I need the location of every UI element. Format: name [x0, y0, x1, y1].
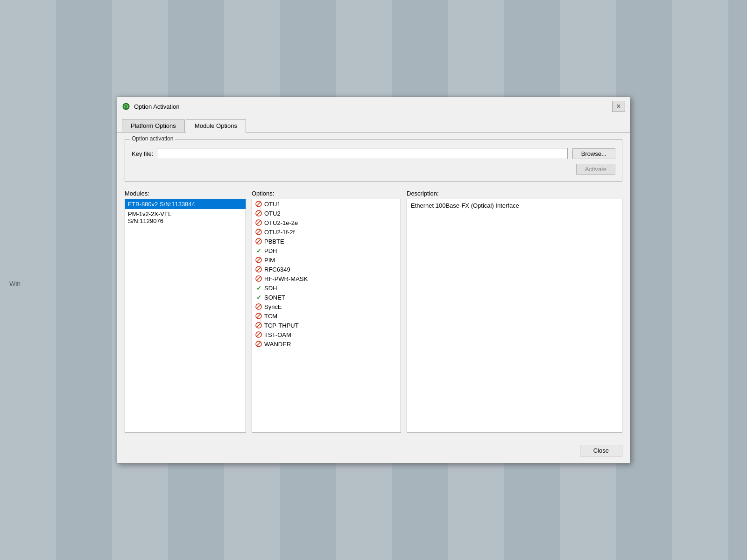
svg-line-3 [257, 202, 261, 206]
option-item-rf-pwr-mask[interactable]: RF-PWR-MASK [252, 274, 401, 283]
title-bar: O Option Activation × [117, 97, 630, 116]
close-icon[interactable]: × [612, 101, 625, 112]
svg-line-5 [257, 211, 261, 215]
svg-line-21 [257, 314, 261, 318]
blocked-icon [255, 200, 262, 208]
option-label-tcm: TCM [264, 313, 277, 320]
activate-button[interactable]: Activate [576, 164, 615, 175]
check-icon: ✓ [255, 294, 262, 301]
option-label-rfc6349: RFC6349 [264, 266, 290, 273]
option-item-sdh[interactable]: ✓SDH [252, 283, 401, 293]
svg-line-23 [257, 323, 261, 327]
option-item-tcp-thput[interactable]: TCP-THPUT [252, 321, 401, 330]
svg-line-9 [257, 230, 261, 234]
blocked-icon [255, 340, 262, 348]
check-icon: ✓ [255, 247, 262, 254]
option-item-sonet[interactable]: ✓SONET [252, 293, 401, 302]
option-item-pdh[interactable]: ✓PDH [252, 246, 401, 255]
blocked-icon [255, 210, 262, 217]
option-label-synce: SyncE [264, 303, 282, 310]
key-file-input[interactable] [157, 148, 568, 159]
option-item-wander[interactable]: WANDER [252, 339, 401, 349]
modules-list[interactable]: FTB-880v2 S/N:1133844 PM-1v2-2X-VFL S/N:… [125, 199, 246, 433]
option-label-sdh: SDH [264, 285, 277, 292]
option-label-tcp-thput: TCP-THPUT [264, 322, 299, 329]
svg-line-27 [257, 342, 261, 346]
option-label-otu2-1f-2f: OTU2-1f-2f [264, 229, 295, 236]
tab-module[interactable]: Module Options [186, 119, 246, 133]
blocked-icon [255, 275, 262, 282]
module-item-ftb880v2[interactable]: FTB-880v2 S/N:1133844 [125, 199, 246, 209]
columns-row: Modules: FTB-880v2 S/N:1133844 PM-1v2-2X… [125, 190, 622, 433]
tabs-row: Platform Options Module Options [117, 116, 630, 133]
dialog-body: Option activation Key file: Browse... Ac… [117, 133, 630, 440]
svg-line-25 [257, 333, 261, 336]
option-item-pim[interactable]: PIM [252, 255, 401, 265]
browse-button[interactable]: Browse... [572, 148, 615, 159]
option-label-pim: PIM [264, 257, 275, 264]
svg-line-15 [257, 267, 261, 271]
description-column: Description: Ethernet 100Base-FX (Optica… [407, 190, 622, 433]
options-column: Options: OTU1OTU2OTU2-1e-2eOTU2-1f-2fPBB… [252, 190, 401, 433]
blocked-icon [255, 219, 262, 226]
svg-line-7 [257, 221, 261, 224]
close-button[interactable]: Close [580, 445, 622, 456]
svg-line-13 [257, 258, 261, 262]
option-activation-group: Option activation Key file: Browse... Ac… [125, 139, 622, 182]
option-label-pdh: PDH [264, 247, 277, 254]
left-side-label: Win [9, 280, 21, 287]
dialog-title: Option Activation [134, 103, 612, 110]
option-label-otu1: OTU1 [264, 201, 281, 208]
modules-label: Modules: [125, 190, 246, 197]
option-item-otu2-1e-2e[interactable]: OTU2-1e-2e [252, 218, 401, 227]
blocked-icon [255, 238, 262, 245]
option-item-tst-oam[interactable]: TST-OAM [252, 330, 401, 339]
option-label-otu2: OTU2 [264, 210, 281, 217]
tab-platform[interactable]: Platform Options [122, 119, 185, 133]
blocked-icon [255, 331, 262, 338]
key-file-row: Key file: Browse... [132, 148, 615, 159]
dialog-window: O Option Activation × Platform Options M… [117, 97, 630, 463]
blocked-icon [255, 228, 262, 236]
description-label: Description: [407, 190, 622, 197]
description-text: Ethernet 100Base-FX (Optical) Interface [407, 199, 622, 433]
key-file-label: Key file: [132, 150, 153, 157]
svg-line-19 [257, 305, 261, 308]
blocked-icon [255, 312, 262, 320]
option-item-tcm[interactable]: TCM [252, 311, 401, 321]
option-item-otu2[interactable]: OTU2 [252, 209, 401, 218]
svg-text:O: O [124, 104, 128, 109]
options-label: Options: [252, 190, 401, 197]
blocked-icon [255, 322, 262, 329]
blocked-icon [255, 266, 262, 273]
group-legend: Option activation [130, 135, 175, 142]
check-icon: ✓ [255, 284, 262, 292]
svg-line-17 [257, 277, 261, 280]
option-label-wander: WANDER [264, 341, 291, 348]
option-item-otu1[interactable]: OTU1 [252, 199, 401, 209]
module-item-pm1v2[interactable]: PM-1v2-2X-VFL S/N:1129076 [125, 209, 246, 226]
option-label-pbbte: PBBTE [264, 238, 284, 245]
option-label-sonet: SONET [264, 294, 285, 301]
blocked-icon [255, 303, 262, 310]
option-item-synce[interactable]: SyncE [252, 302, 401, 311]
option-label-tst-oam: TST-OAM [264, 331, 291, 338]
svg-line-11 [257, 239, 261, 243]
close-row: Close [117, 440, 630, 463]
blocked-icon [255, 256, 262, 264]
option-item-rfc6349[interactable]: RFC6349 [252, 265, 401, 274]
modules-column: Modules: FTB-880v2 S/N:1133844 PM-1v2-2X… [125, 190, 246, 433]
options-list[interactable]: OTU1OTU2OTU2-1e-2eOTU2-1f-2fPBBTE✓PDHPIM… [252, 199, 401, 433]
option-label-otu2-1e-2e: OTU2-1e-2e [264, 219, 298, 226]
option-item-pbbte[interactable]: PBBTE [252, 237, 401, 246]
desktop: Win O Option Activation × Platform Optio… [0, 0, 747, 560]
option-item-otu2-1f-2f[interactable]: OTU2-1f-2f [252, 227, 401, 237]
dialog-icon: O [122, 102, 130, 111]
option-label-rf-pwr-mask: RF-PWR-MASK [264, 275, 308, 282]
